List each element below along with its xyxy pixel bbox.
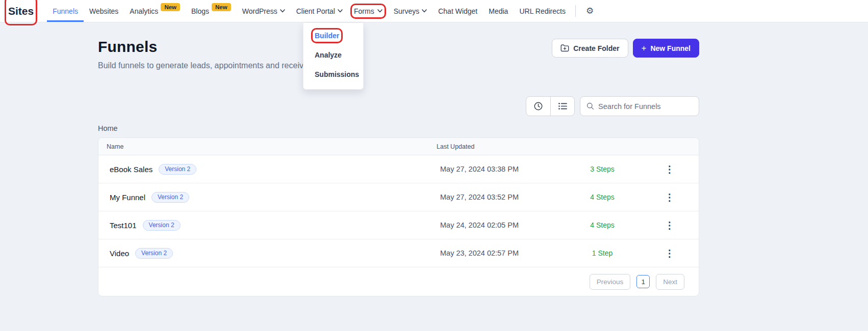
funnel-name[interactable]: My Funnel [110, 193, 145, 202]
table-row-test101[interactable]: Test101 Version 2 May 24, 2024 02:05 PM … [98, 211, 699, 239]
version-badge: Version 2 [143, 220, 181, 231]
chevron-down-icon [338, 9, 343, 13]
new-funnel-button[interactable]: + New Funnel [633, 39, 700, 58]
nav-item-forms[interactable]: Forms [348, 0, 388, 22]
funnels-table: Name Last Updated eBook Sales Version 2 … [98, 137, 699, 296]
funnel-name[interactable]: Video [110, 249, 129, 258]
last-updated: May 23, 2024 02:57 PM [437, 249, 564, 257]
steps-count: 1 Step [564, 249, 641, 257]
plus-icon: + [642, 44, 647, 52]
funnel-name[interactable]: Test101 [110, 221, 137, 230]
version-badge: Version 2 [159, 164, 196, 175]
version-badge: Version 2 [135, 248, 173, 259]
nav-items: Funnels Websites Analytics New Blogs New… [47, 0, 571, 22]
main-content: Funnels Build funnels to generate leads,… [98, 38, 699, 296]
header-actions: Create Folder + New Funnel [552, 39, 699, 58]
nav-item-wordpress[interactable]: WordPress [237, 0, 291, 22]
page-title: Funnels [98, 38, 308, 56]
list-toolbar [98, 96, 699, 116]
forms-label-highlight: Forms [354, 7, 382, 15]
pagination-previous-button[interactable]: Previous [590, 274, 631, 290]
steps-count: 4 Steps [564, 193, 641, 201]
page-header: Funnels Build funnels to generate leads,… [98, 38, 308, 70]
last-updated: May 27, 2024 03:38 PM [437, 165, 564, 173]
steps-count: 4 Steps [564, 221, 641, 229]
nav-item-analytics[interactable]: Analytics New [124, 0, 186, 22]
table-row-my-funnel[interactable]: My Funnel Version 2 May 27, 2024 03:52 P… [98, 183, 699, 211]
clock-icon [533, 101, 543, 111]
table-footer: Previous 1 Next [98, 267, 699, 296]
kebab-menu-icon[interactable]: ⋮ [661, 219, 679, 231]
nav-item-url-redirects[interactable]: URL Redirects [514, 0, 571, 22]
chevron-down-icon [422, 9, 427, 13]
menu-item-submissions[interactable]: Submissions [303, 65, 363, 84]
nav-item-websites[interactable]: Websites [84, 0, 124, 22]
nav-divider [575, 5, 576, 17]
chevron-down-icon [377, 9, 382, 13]
kebab-menu-icon[interactable]: ⋮ [661, 247, 679, 259]
sites-brand: Sites [8, 0, 34, 22]
menu-item-analyze[interactable]: Analyze [303, 45, 363, 65]
page-subtitle: Build funnels to generate leads, appoint… [98, 61, 308, 70]
breadcrumb[interactable]: Home [98, 124, 699, 132]
funnel-name[interactable]: eBook Sales [110, 165, 152, 174]
nav-item-funnels[interactable]: Funnels [47, 0, 84, 22]
nav-item-chat-widget[interactable]: Chat Widget [432, 0, 483, 22]
column-header-last-updated: Last Updated [437, 143, 564, 150]
table-row-ebook-sales[interactable]: eBook Sales Version 2 May 27, 2024 03:38… [98, 155, 699, 183]
menu-item-builder[interactable]: Builder [303, 26, 363, 45]
nav-item-surveys[interactable]: Surveys [388, 0, 433, 22]
forms-dropdown-menu: Builder Analyze Submissions [303, 23, 364, 90]
recent-view-button[interactable] [526, 97, 550, 116]
new-badge: New [161, 3, 180, 11]
search-container [580, 96, 699, 116]
pagination-next-button[interactable]: Next [656, 274, 684, 290]
version-badge: Version 2 [151, 192, 189, 203]
list-view-button[interactable] [550, 97, 574, 116]
steps-count: 3 Steps [564, 165, 641, 173]
nav-item-client-portal[interactable]: Client Portal [291, 0, 348, 22]
create-folder-button[interactable]: Create Folder [552, 39, 628, 58]
table-header: Name Last Updated [98, 138, 699, 155]
kebab-menu-icon[interactable]: ⋮ [661, 163, 679, 175]
nav-item-blogs[interactable]: Blogs New [186, 0, 237, 22]
search-icon [586, 102, 594, 111]
chevron-down-icon [280, 9, 285, 13]
pagination-page-1[interactable]: 1 [636, 275, 650, 288]
view-toggle-group [526, 96, 575, 116]
column-header-name: Name [98, 143, 437, 150]
top-navigation: Sites Funnels Websites Analytics New Blo… [0, 0, 868, 22]
search-input[interactable] [598, 102, 693, 111]
nav-item-media[interactable]: Media [483, 0, 514, 22]
kebab-menu-icon[interactable]: ⋮ [661, 191, 679, 203]
gear-icon[interactable]: ⚙ [583, 0, 597, 22]
table-row-video[interactable]: Video Version 2 May 23, 2024 02:57 PM 1 … [98, 239, 699, 267]
folder-plus-icon [560, 44, 569, 52]
last-updated: May 27, 2024 03:52 PM [437, 193, 564, 201]
last-updated: May 24, 2024 02:05 PM [437, 221, 564, 229]
new-badge: New [212, 3, 231, 11]
list-icon [558, 102, 568, 111]
